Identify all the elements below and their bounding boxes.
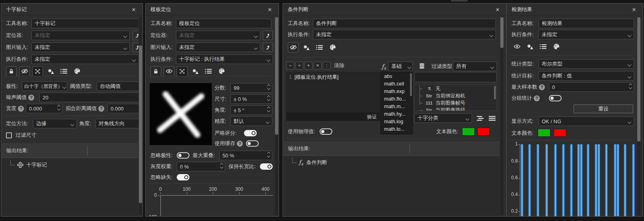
link-up-button[interactable] bbox=[133, 31, 139, 40]
variable-tree-item[interactable]: Str 当前图像路径 bbox=[415, 107, 496, 111]
expression-editor[interactable]: 1[模板定位.执行结果] bbox=[286, 72, 380, 113]
scrollbar-thumb[interactable] bbox=[637, 17, 640, 142]
operator-button[interactable]: : bbox=[323, 62, 331, 70]
strict-score-toggle[interactable] bbox=[244, 130, 257, 136]
lock-button[interactable] bbox=[150, 66, 161, 76]
help-icon[interactable]: ? bbox=[98, 106, 104, 112]
use-cache-toggle[interactable] bbox=[246, 140, 259, 147]
locator-dropdown[interactable]: 未指定 bbox=[31, 31, 130, 40]
operator-button[interactable]: + bbox=[304, 62, 312, 70]
close-icon[interactable]: ✕ bbox=[266, 6, 274, 14]
spinner[interactable] bbox=[267, 152, 270, 157]
variable-tree-item[interactable]: 111 当前图像帧号 bbox=[415, 99, 496, 107]
flat-view-button[interactable] bbox=[487, 113, 498, 123]
help-icon[interactable]: ? bbox=[28, 95, 34, 101]
function-list-item[interactable]: math.exp bbox=[381, 88, 412, 95]
precision-dropdown[interactable]: 默认 bbox=[230, 116, 272, 126]
ignore-polarity-toggle[interactable] bbox=[177, 152, 189, 159]
spinner[interactable] bbox=[267, 96, 270, 101]
chart-bar[interactable] bbox=[521, 144, 523, 216]
shapes-button[interactable] bbox=[525, 42, 535, 52]
tool-name-input[interactable]: 条件判断 bbox=[313, 19, 496, 28]
shapes-button[interactable] bbox=[45, 66, 56, 76]
function-category-dropdown[interactable]: 基础 bbox=[388, 62, 413, 71]
image-input-dropdown[interactable]: 未指定 bbox=[31, 43, 130, 52]
fit-view-button[interactable] bbox=[32, 66, 43, 76]
panel-condition-titlebar[interactable]: 条件判断 ✕ bbox=[283, 4, 506, 16]
validate-button[interactable]: 验证 bbox=[367, 114, 377, 120]
help-icon[interactable]: ? bbox=[539, 84, 545, 90]
chart-bar[interactable] bbox=[554, 144, 557, 216]
link-up-button[interactable] bbox=[263, 43, 273, 52]
tree-view-button[interactable] bbox=[475, 113, 486, 123]
function-list-item[interactable]: math.flo... bbox=[381, 95, 412, 103]
help-icon[interactable]: ? bbox=[18, 106, 24, 112]
size-input[interactable]: ± 0 % bbox=[230, 94, 272, 104]
chart-bar[interactable] bbox=[562, 144, 565, 216]
angle-input[interactable]: ± 5 ° bbox=[230, 105, 272, 115]
polarity-dropdown[interactable]: 白十字（黑背景） bbox=[22, 81, 67, 91]
variable-search-box[interactable] bbox=[414, 72, 497, 82]
visibility-on-button[interactable] bbox=[164, 66, 174, 76]
image-input-dropdown[interactable]: 未指定 bbox=[176, 43, 260, 52]
template-image[interactable] bbox=[150, 83, 212, 145]
close-icon[interactable]: ✕ bbox=[630, 6, 638, 14]
locate-method-dropdown[interactable]: 边缘 bbox=[33, 119, 77, 128]
ok-color-swatch[interactable] bbox=[462, 128, 475, 136]
chart-bar[interactable] bbox=[605, 144, 608, 216]
operator-button[interactable]: × bbox=[314, 62, 322, 70]
threshold-type-dropdown[interactable]: 自动阈值 bbox=[97, 81, 139, 91]
exec-condition-dropdown[interactable]: 未指定 bbox=[539, 30, 634, 39]
list-button[interactable] bbox=[203, 66, 214, 76]
chart-bar[interactable] bbox=[577, 144, 580, 216]
filter-type-dropdown[interactable]: 所有 bbox=[453, 62, 497, 71]
ignore-missing-toggle[interactable] bbox=[177, 174, 189, 180]
vertical-scrollbar[interactable] bbox=[139, 16, 142, 215]
vertical-scrollbar[interactable] bbox=[637, 16, 640, 215]
palette-button[interactable] bbox=[551, 42, 562, 52]
variable-tree-item[interactable]: Str 当前绑定相机 bbox=[415, 92, 496, 99]
shapes-button[interactable] bbox=[190, 66, 201, 76]
keep-aspect-toggle[interactable] bbox=[260, 163, 273, 170]
scrollbar-thumb[interactable] bbox=[500, 17, 503, 48]
variable-tree-item[interactable]: ⚗ 无 bbox=[415, 85, 496, 92]
panel-template-locate-titlebar[interactable]: 模板定位 ✕ bbox=[146, 4, 279, 16]
ng-color-swatch[interactable] bbox=[477, 128, 490, 136]
operator-button[interactable]: − bbox=[286, 62, 294, 70]
exec-condition-dropdown[interactable]: 未指定 bbox=[313, 30, 496, 39]
output-tree-item[interactable]: ƒx 条件判断 bbox=[292, 159, 327, 167]
lock-button[interactable] bbox=[6, 66, 17, 76]
fit-view-button[interactable] bbox=[177, 66, 187, 76]
operator-button[interactable]: ÷ bbox=[295, 62, 303, 70]
help-icon[interactable]: ? bbox=[534, 95, 540, 101]
palette-button[interactable] bbox=[216, 66, 227, 76]
function-list-item[interactable]: abs bbox=[381, 73, 412, 80]
function-list-item[interactable]: math.log bbox=[381, 118, 412, 126]
close-icon[interactable]: ✕ bbox=[494, 6, 502, 14]
angle-dropdown[interactable]: 对角线方向 bbox=[96, 119, 139, 128]
score-input[interactable]: 99 bbox=[230, 83, 272, 93]
max-overlap-input[interactable]: 50 % bbox=[219, 151, 272, 160]
shapes-button[interactable] bbox=[301, 43, 312, 52]
chart-bar[interactable] bbox=[537, 144, 539, 216]
ok-color-swatch[interactable] bbox=[538, 129, 550, 137]
exec-condition-dropdown[interactable]: 十字标记 : 执行结果 bbox=[176, 54, 273, 64]
chart-bar[interactable] bbox=[624, 144, 626, 216]
visibility-on-button[interactable] bbox=[511, 42, 522, 52]
noise-threshold-input[interactable]: 20 bbox=[39, 93, 139, 102]
function-list-item[interactable]: math.hy... bbox=[381, 111, 412, 118]
spinner[interactable] bbox=[58, 105, 60, 110]
gray-weight-input[interactable]: 0 % bbox=[177, 162, 225, 171]
vertical-scrollbar[interactable] bbox=[275, 16, 278, 215]
group-stat-toggle[interactable] bbox=[549, 95, 562, 101]
visibility-off-button[interactable] bbox=[19, 66, 30, 76]
class-dropdown[interactable]: 十字分类 bbox=[414, 113, 472, 123]
list-button[interactable] bbox=[59, 66, 69, 76]
link-up-button[interactable] bbox=[263, 31, 273, 40]
tool-name-input[interactable]: 模板定位 bbox=[176, 19, 271, 28]
locator-dropdown[interactable]: 未指定 bbox=[176, 31, 260, 40]
output-header-divider[interactable] bbox=[87, 146, 88, 155]
stat-target-dropdown[interactable]: 条件判断 : 值 bbox=[539, 71, 634, 81]
palette-button[interactable] bbox=[327, 43, 338, 52]
tool-name-input[interactable]: 十字标记 bbox=[31, 19, 139, 28]
